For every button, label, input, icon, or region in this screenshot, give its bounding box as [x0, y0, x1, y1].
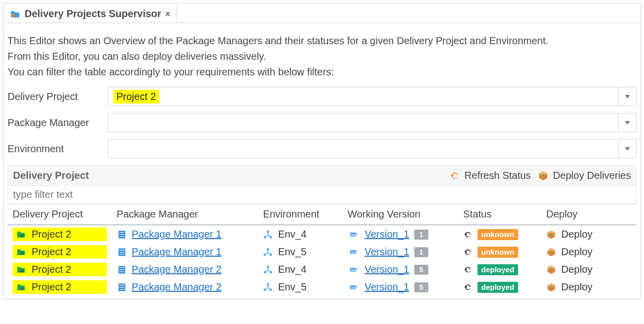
- table-header-row: Delivery Project Package Manager Environ…: [8, 204, 636, 225]
- col-deploy[interactable]: Deploy: [541, 204, 636, 225]
- status-badge: deployed: [477, 282, 519, 293]
- col-pkgmgr[interactable]: Package Manager: [112, 204, 258, 225]
- project-label: Project 2: [32, 229, 71, 240]
- refresh-icon[interactable]: [463, 283, 472, 292]
- col-status[interactable]: Status: [458, 204, 541, 225]
- filters-grid: Delivery Project Project 2 Package Manag…: [8, 87, 636, 158]
- pkgmgr-link[interactable]: Package Manager 2: [132, 281, 222, 293]
- env-icon: [263, 230, 273, 240]
- env-icon: [263, 247, 273, 257]
- section-title: Delivery Project: [13, 170, 89, 181]
- chevron-down-icon: [625, 95, 630, 98]
- deploy-deliveries-button[interactable]: Deploy Deliveries: [538, 170, 631, 181]
- tag-icon: [348, 283, 360, 292]
- filter-label-project: Delivery Project: [8, 91, 108, 102]
- description-line-2: From this Editor, you can also deploy de…: [8, 49, 634, 64]
- filter-project-select[interactable]: Project 2: [108, 87, 636, 106]
- deploy-deliveries-label: Deploy Deliveries: [553, 170, 631, 181]
- filter-pkgmgr-select[interactable]: [108, 113, 636, 132]
- status-badge: deployed: [477, 264, 519, 275]
- table-row[interactable]: Project 2Package Manager 2Env_4Version_1…: [8, 261, 636, 278]
- status-cell: unknown: [463, 247, 536, 258]
- stack-icon: [117, 230, 127, 240]
- workver-cell: Version_11: [348, 229, 453, 240]
- close-icon[interactable]: ×: [165, 10, 171, 19]
- project-label: Project 2: [32, 264, 71, 275]
- refresh-icon[interactable]: [463, 265, 472, 274]
- deploy-label: Deploy: [561, 281, 592, 293]
- tab-bar: Delivery Projects Supervisor ×: [4, 4, 640, 23]
- project-label: Project 2: [32, 281, 71, 293]
- box-icon: [546, 247, 556, 257]
- box-icon: [546, 265, 556, 275]
- col-project[interactable]: Delivery Project: [8, 204, 112, 225]
- pkgmgr-cell: Package Manager 1: [117, 229, 253, 240]
- deploy-button[interactable]: Deploy: [546, 281, 631, 293]
- workver-link[interactable]: Version_1: [365, 246, 409, 258]
- tag-icon: [348, 248, 360, 257]
- project-cell: Project 2: [13, 263, 107, 276]
- chevron-down-icon: [625, 121, 630, 125]
- filter-label-env: Environment: [8, 143, 108, 155]
- refresh-icon[interactable]: [463, 248, 472, 257]
- dropdown-caret-button[interactable]: [618, 114, 636, 132]
- box-icon: [546, 282, 556, 292]
- folder-icon: [16, 230, 27, 240]
- workver-cell: Version_11: [348, 246, 453, 258]
- filter-project-value: Project 2: [108, 90, 618, 103]
- pkgmgr-cell: Package Manager 1: [117, 246, 253, 258]
- status-cell: unknown: [463, 229, 536, 240]
- filter-text-input[interactable]: [8, 186, 636, 204]
- dropdown-caret-button[interactable]: [618, 140, 636, 158]
- env-cell: Env_5: [263, 281, 338, 293]
- deploy-button[interactable]: Deploy: [546, 229, 631, 240]
- deploy-button[interactable]: Deploy: [546, 264, 631, 275]
- pkgmgr-link[interactable]: Package Manager 2: [132, 264, 222, 275]
- env-cell: Env_4: [263, 264, 338, 275]
- deploy-button[interactable]: Deploy: [546, 246, 631, 258]
- description-line-3: You can filter the table accordingly to …: [8, 64, 634, 80]
- dropdown-caret-button[interactable]: [618, 87, 636, 105]
- status-badge: unknown: [477, 247, 519, 258]
- description-text: This Editor shows an Overview of the Pac…: [8, 33, 634, 80]
- folder-icon: [16, 265, 27, 275]
- env-label: Env_4: [278, 264, 306, 275]
- workver-count-badge: 5: [414, 282, 428, 292]
- pkgmgr-link[interactable]: Package Manager 1: [132, 246, 222, 258]
- project-cell: Project 2: [13, 245, 107, 259]
- box-icon: [538, 170, 549, 181]
- workver-link[interactable]: Version_1: [365, 281, 409, 293]
- env-label: Env_5: [278, 281, 306, 293]
- tab-delivery-supervisor[interactable]: Delivery Projects Supervisor ×: [4, 4, 177, 23]
- refresh-icon[interactable]: [463, 230, 472, 239]
- workver-count-badge: 5: [414, 265, 428, 275]
- col-workver[interactable]: Working Version: [343, 204, 458, 225]
- table-row[interactable]: Project 2Package Manager 1Env_4Version_1…: [8, 225, 636, 244]
- workver-link[interactable]: Version_1: [365, 264, 409, 275]
- status-badge: unknown: [477, 229, 519, 240]
- workver-cell: Version_15: [348, 281, 453, 293]
- filter-label-pkgmgr: Package Manager: [8, 117, 108, 129]
- refresh-icon: [449, 170, 460, 181]
- section-header: Delivery Project Refresh Status Deploy D…: [8, 165, 636, 186]
- col-env[interactable]: Environment: [258, 204, 343, 225]
- refresh-status-button[interactable]: Refresh Status: [449, 170, 531, 181]
- stack-icon: [117, 247, 127, 257]
- env-cell: Env_4: [263, 229, 338, 240]
- pkgmgr-link[interactable]: Package Manager 1: [132, 229, 222, 240]
- editor-panel: Delivery Projects Supervisor × This Edit…: [3, 3, 641, 299]
- env-icon: [263, 265, 273, 275]
- table-row[interactable]: Project 2Package Manager 2Env_5Version_1…: [8, 278, 636, 296]
- env-cell: Env_5: [263, 246, 338, 258]
- filter-env-select[interactable]: [108, 139, 636, 158]
- chevron-down-icon: [625, 147, 630, 151]
- project-cell: Project 2: [13, 280, 107, 294]
- env-label: Env_5: [278, 246, 306, 258]
- pkgmgr-cell: Package Manager 2: [117, 281, 253, 293]
- table-row[interactable]: Project 2Package Manager 1Env_5Version_1…: [8, 243, 636, 261]
- status-cell: deployed: [463, 264, 536, 275]
- status-cell: deployed: [463, 282, 536, 293]
- box-icon: [546, 230, 556, 240]
- workver-link[interactable]: Version_1: [365, 229, 409, 240]
- editor-body: This Editor shows an Overview of the Pac…: [4, 23, 640, 299]
